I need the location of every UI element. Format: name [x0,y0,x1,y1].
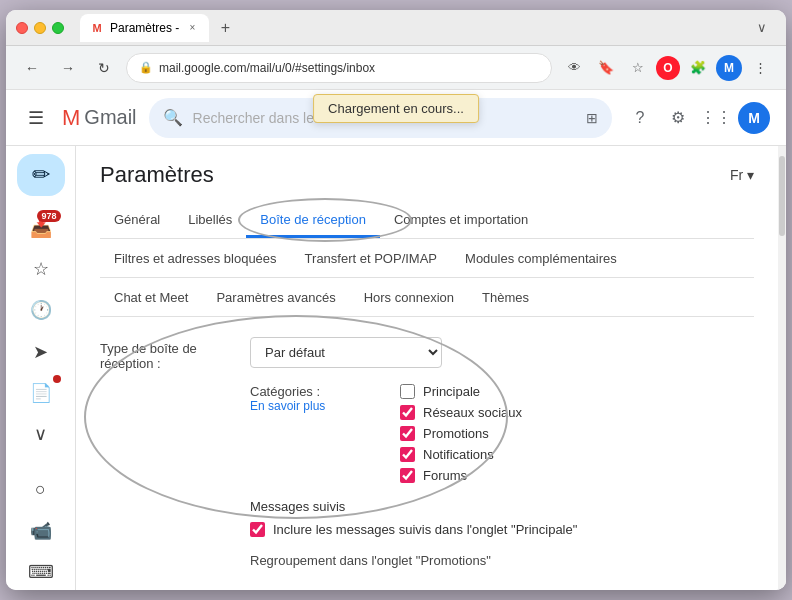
lock-icon: 🔒 [139,61,153,74]
meet-icon: 📹 [30,520,52,542]
category-reseaux-checkbox[interactable] [400,405,415,420]
tab-area: M Paramètres - × + [80,14,742,42]
tab-general[interactable]: Général [100,204,174,238]
gmail-app: ☰ M Gmail 🔍 Rechercher dans les me ⊞ ? ⚙… [6,90,786,590]
scrollbar[interactable] [778,146,786,590]
search-filter-icon[interactable]: ⊞ [586,110,598,126]
categories-label: Catégories : [250,384,380,399]
sidebar-item-starred[interactable]: ☆ [17,251,65,286]
inbox-type-section: Type de boîte de réception : Par défaut … [100,337,754,568]
messages-suivis-title: Messages suivis [250,499,754,514]
inbox-type-select[interactable]: Par défaut Important en premier Non lus … [250,337,442,368]
active-tab[interactable]: M Paramètres - × [80,14,209,42]
profile-button[interactable]: M [716,55,742,81]
category-promotions[interactable]: Promotions [400,426,522,441]
tab-labels[interactable]: Libellés [174,204,246,238]
more-icon: ∨ [34,423,47,445]
messages-suivis-checkbox[interactable] [250,522,265,537]
sidebar: ✏ 📥 978 ☆ 🕐 ➤ 📄 ∨ [6,146,76,590]
main-content: Paramètres Fr ▾ Général Libellés Boîte d… [76,146,778,590]
messages-suivis-section: Messages suivis Inclure les messages sui… [250,499,754,537]
starred-icon: ☆ [33,258,49,280]
star-nav-icon[interactable]: ☆ [624,54,652,82]
window-chevron-icon[interactable]: ∨ [748,14,776,42]
category-reseaux[interactable]: Réseaux sociaux [400,405,522,420]
bookmark-icon[interactable]: 🔖 [592,54,620,82]
close-button[interactable] [16,22,28,34]
address-bar[interactable]: 🔒 mail.google.com/mail/u/0/#settings/inb… [126,53,552,83]
settings-tabs: Général Libellés Boîte de réception Comp… [100,204,754,239]
maximize-button[interactable] [52,22,64,34]
category-forums[interactable]: Forums [400,468,522,483]
avatar[interactable]: M [738,102,770,134]
titlebar: M Paramètres - × + ∨ [6,10,786,46]
settings-header: Paramètres Fr ▾ [100,162,754,188]
tab-offline[interactable]: Hors connexion [350,282,468,316]
category-notifications-checkbox[interactable] [400,447,415,462]
help-button[interactable]: ? [624,102,656,134]
gmail-logo: M Gmail [62,105,137,131]
category-forums-checkbox[interactable] [400,468,415,483]
tab-themes[interactable]: Thèmes [468,282,543,316]
tab-title: Paramètres - [110,21,179,35]
settings-button[interactable]: ⚙ [662,102,694,134]
back-button[interactable]: ← [18,54,46,82]
category-principale[interactable]: Principale [400,384,522,399]
tab-filters[interactable]: Filtres et adresses bloquées [100,243,291,277]
messages-suivis-label: Inclure les messages suivis dans l'ongle… [273,522,577,537]
inbox-type-label: Type de boîte de réception : [100,337,230,371]
sidebar-item-sent[interactable]: ➤ [17,334,65,369]
opera-icon[interactable]: O [656,56,680,80]
apps-button[interactable]: ⋮⋮ [700,102,732,134]
categories-label-col: Catégories : En savoir plus [250,384,380,413]
tab-addons[interactable]: Modules complémentaires [451,243,631,277]
gmail-text-logo: Gmail [84,106,136,129]
sidebar-item-inbox[interactable]: 📥 978 [17,210,65,245]
forward-button[interactable]: → [54,54,82,82]
loading-tooltip: Chargement en cours... [313,94,479,123]
tab-favicon: M [90,21,104,35]
sidebar-item-keyboard[interactable]: ⌨ [17,555,65,590]
sidebar-item-meet[interactable]: 📹 [17,514,65,549]
category-principale-checkbox[interactable] [400,384,415,399]
messages-suivis-item[interactable]: Inclure les messages suivis dans l'ongle… [250,522,754,537]
refresh-button[interactable]: ↻ [90,54,118,82]
categories-row: Catégories : En savoir plus Principale [250,384,754,483]
settings-tabs-row2: Filtres et adresses bloquées Transfert e… [100,243,754,278]
tab-close-button[interactable]: × [185,21,199,35]
regroupement-section: Regroupement dans l'onglet "Promotions" [250,553,754,568]
minimize-button[interactable] [34,22,46,34]
tab-advanced[interactable]: Paramètres avancés [202,282,349,316]
category-forums-label: Forums [423,468,467,483]
chat-icon: ○ [35,479,46,500]
inbox-badge: 978 [37,210,60,222]
gmail-m-logo: M [62,105,80,131]
learn-more-link[interactable]: En savoir plus [250,399,380,413]
category-notifications[interactable]: Notifications [400,447,522,462]
category-notifications-label: Notifications [423,447,494,462]
category-reseaux-label: Réseaux sociaux [423,405,522,420]
category-promotions-checkbox[interactable] [400,426,415,441]
tab-inbox[interactable]: Boîte de réception [246,204,380,238]
search-icon: 🔍 [163,108,183,127]
hamburger-menu[interactable]: ☰ [22,101,50,135]
category-principale-label: Principale [423,384,480,399]
eye-icon[interactable]: 👁 [560,54,588,82]
sidebar-item-chat[interactable]: ○ [17,472,65,507]
tab-accounts[interactable]: Comptes et importation [380,204,542,238]
more-button[interactable]: ⋮ [746,54,774,82]
header-icons: ? ⚙ ⋮⋮ M [624,102,770,134]
new-tab-button[interactable]: + [213,16,237,40]
compose-button[interactable]: ✏ [17,154,65,196]
language-button[interactable]: Fr ▾ [730,167,754,183]
sidebar-item-snoozed[interactable]: 🕐 [17,293,65,328]
settings-title: Paramètres [100,162,214,188]
sent-icon: ➤ [33,341,48,363]
settings-tabs-row3: Chat et Meet Paramètres avancés Hors con… [100,282,754,317]
tab-chat[interactable]: Chat et Meet [100,282,202,316]
sidebar-item-drafts[interactable]: 📄 [17,375,65,410]
tab-forwarding[interactable]: Transfert et POP/IMAP [291,243,451,277]
inbox-type-content: Par défaut Important en premier Non lus … [250,337,754,568]
sidebar-item-more[interactable]: ∨ [17,416,65,451]
extensions-icon[interactable]: 🧩 [684,54,712,82]
